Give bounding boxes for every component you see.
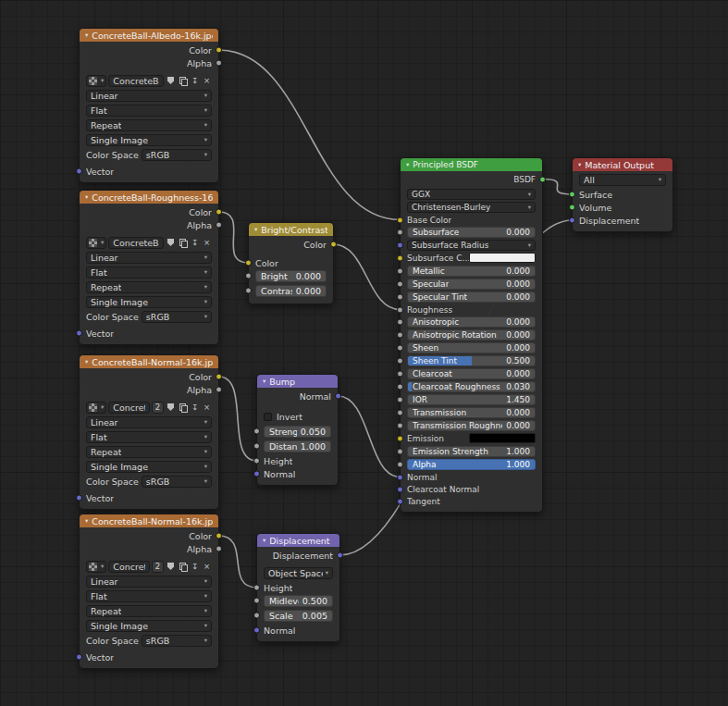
collapse-icon[interactable]: ▾ xyxy=(578,161,581,168)
node-header[interactable]: ▾ConcreteBall-Roughness-16k.jpg xyxy=(80,191,218,204)
image-name-button[interactable]: ConcreteBa... xyxy=(108,402,150,414)
dropdown-flat[interactable]: Flat▾ xyxy=(86,431,212,443)
dropdown-ggx[interactable]: GGX▾ xyxy=(407,189,536,200)
socket-vector-vector[interactable] xyxy=(76,495,82,502)
field-bright[interactable]: Bright0.000 xyxy=(255,270,327,282)
field-contrast[interactable]: Contrast0.000 xyxy=(255,285,327,297)
socket-alpha-value[interactable] xyxy=(216,222,222,229)
copy-image-button[interactable] xyxy=(178,75,188,87)
field-scale[interactable]: Scale0.005 xyxy=(264,610,333,622)
collapse-icon[interactable]: ▾ xyxy=(85,193,88,201)
dropdown-single-image[interactable]: Single Image▾ xyxy=(86,620,212,632)
socket-surface-shader[interactable] xyxy=(569,192,575,198)
socket-vector-vector[interactable] xyxy=(76,654,82,661)
dropdown-repeat[interactable]: Repeat▾ xyxy=(86,119,212,131)
socket-normal-vector[interactable] xyxy=(253,471,260,477)
field-strength[interactable]: Strength0.050 xyxy=(264,426,331,438)
socket-color-color[interactable] xyxy=(216,47,222,54)
fake-user-button[interactable] xyxy=(166,402,176,414)
dropdown-christensen-burley[interactable]: Christensen-Burley▾ xyxy=(407,202,536,213)
field-specular[interactable]: Specular0.000 xyxy=(407,279,536,290)
socket-roughness-value[interactable] xyxy=(397,306,403,313)
image-browser-button[interactable]: ▾ xyxy=(86,75,106,87)
field-sheen-tint[interactable]: Sheen Tint0.500 xyxy=(407,355,536,366)
socket-base-color-color[interactable] xyxy=(397,217,403,223)
node-header[interactable]: ▾ConcreteBall-Normal-16k.jpg xyxy=(80,355,218,368)
field-transmission-roughness[interactable]: Transmission Roughness0.000 xyxy=(407,420,536,431)
dropdown-linear[interactable]: Linear▾ xyxy=(86,416,212,428)
node-header[interactable]: ▾ConcreteBall-Albedo-16k.jpg xyxy=(80,29,218,42)
collapse-icon[interactable]: ▾ xyxy=(263,537,265,544)
socket-displacement-vector[interactable] xyxy=(569,217,575,224)
image-browser-button[interactable]: ▾ xyxy=(86,237,106,249)
collapse-icon[interactable]: ▾ xyxy=(85,31,88,39)
socket-specular-tint-value[interactable] xyxy=(397,293,403,300)
dropdown-object-space[interactable]: Object Space▾ xyxy=(264,567,333,579)
socket-distanc-value[interactable] xyxy=(253,443,260,450)
socket-color-color[interactable] xyxy=(216,374,222,380)
socket-normal-vector[interactable] xyxy=(397,474,403,480)
image-users-count-button[interactable]: 2 xyxy=(152,561,164,573)
socket-clearcoat-value[interactable] xyxy=(397,370,403,377)
dropdown-all[interactable]: All▾ xyxy=(579,174,666,186)
unlink-image-button[interactable]: × xyxy=(202,402,212,414)
field-metallic[interactable]: Metallic0.000 xyxy=(407,266,536,277)
socket-clearcoat-roughness-value[interactable] xyxy=(397,383,403,390)
field-subsurface[interactable]: Subsurface0.000 xyxy=(407,227,536,238)
socket-alpha-value[interactable] xyxy=(216,60,222,67)
unlink-image-button[interactable]: × xyxy=(202,75,212,87)
socket-vector-vector[interactable] xyxy=(76,330,82,337)
image-browser-button[interactable]: ▾ xyxy=(86,402,106,414)
image-browser-button[interactable]: ▾ xyxy=(86,561,106,573)
field-alpha[interactable]: Alpha1.000 xyxy=(407,459,536,470)
node-header[interactable]: ▾Material Output xyxy=(573,158,672,171)
socket-subsurface-value[interactable] xyxy=(397,229,403,235)
collapse-icon[interactable]: ▾ xyxy=(85,358,88,365)
color-swatch-subsurface-c[interactable] xyxy=(469,253,536,263)
fake-user-button[interactable] xyxy=(166,237,176,249)
collapse-icon[interactable]: ▾ xyxy=(263,378,265,385)
pack-image-button[interactable]: ↧ xyxy=(190,75,200,87)
field-clearcoat[interactable]: Clearcoat0.000 xyxy=(407,368,536,379)
socket-normal-vector[interactable] xyxy=(253,627,260,634)
node-header[interactable]: ▾ConcreteBall-Normal-16k.jpg xyxy=(80,514,218,527)
dropdown-flat[interactable]: Flat▾ xyxy=(86,266,212,279)
node-editor-canvas[interactable]: ▾ConcreteBall-Albedo-16k.jpgColorAlpha▾C… xyxy=(0,0,728,706)
socket-anisotropic-rotation-value[interactable] xyxy=(397,331,403,338)
socket-alpha-value[interactable] xyxy=(216,546,222,552)
field-sheen[interactable]: Sheen0.000 xyxy=(407,342,536,353)
socket-color-color[interactable] xyxy=(330,242,337,248)
socket-emission-strength-value[interactable] xyxy=(397,448,403,454)
collapse-icon[interactable]: ▾ xyxy=(406,161,409,168)
socket-emission-color[interactable] xyxy=(397,435,403,441)
dropdown-repeat[interactable]: Repeat▾ xyxy=(86,605,212,617)
dropdown-linear[interactable]: Linear▾ xyxy=(86,90,212,102)
image-name-button[interactable]: ConcreteBall-Ro... xyxy=(108,237,164,249)
socket-alpha-value[interactable] xyxy=(397,461,403,467)
field-ior[interactable]: IOR1.450 xyxy=(407,394,536,405)
socket-subsurface-c-color[interactable] xyxy=(397,254,403,261)
socket-color-color[interactable] xyxy=(216,209,222,216)
socket-sheen-value[interactable] xyxy=(397,344,403,351)
image-name-button[interactable]: ConcreteBall-Al... xyxy=(108,75,164,87)
dropdown-linear[interactable]: Linear▾ xyxy=(86,252,212,264)
socket-transmission-roughness-value[interactable] xyxy=(397,422,403,428)
socket-metallic-value[interactable] xyxy=(397,267,403,274)
dropdown-flat[interactable]: Flat▾ xyxy=(86,590,212,602)
image-users-count-button[interactable]: 2 xyxy=(152,402,164,414)
socket-tangent-vector[interactable] xyxy=(397,498,403,504)
socket-midlevel-value[interactable] xyxy=(253,598,260,604)
dropdown-linear[interactable]: Linear▾ xyxy=(86,576,212,588)
unlink-image-button[interactable]: × xyxy=(202,561,212,573)
socket-bsdf-shader[interactable] xyxy=(539,176,546,182)
dropdown-srgb[interactable]: sRGB▾ xyxy=(142,476,212,488)
field-midlevel[interactable]: Midlevel0.500 xyxy=(264,595,333,607)
socket-strength-value[interactable] xyxy=(253,428,260,435)
fake-user-button[interactable] xyxy=(166,75,176,87)
unlink-image-button[interactable]: × xyxy=(202,237,212,249)
field-distanc[interactable]: Distanc1.000 xyxy=(264,440,331,452)
node-header[interactable]: ▾Bright/Contrast xyxy=(249,223,333,236)
copy-image-button[interactable] xyxy=(178,402,188,414)
socket-ior-value[interactable] xyxy=(397,396,403,403)
node-header[interactable]: ▾Principled BSDF xyxy=(401,158,542,171)
